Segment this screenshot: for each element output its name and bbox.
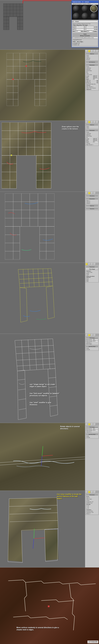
bevel-checkbox[interactable]: Bevel Edges (86, 343, 98, 344)
wtile[interactable]: W Tile: 1.0 (86, 82, 90, 83)
crop-w[interactable]: W: 1.0 (76, 43, 80, 44)
create-tab-icon[interactable] (86, 50, 88, 52)
flip-u[interactable]: Flip (96, 80, 98, 81)
mapping-item[interactable]: Spherical (86, 134, 98, 136)
strength-z[interactable]: Z: 0.0 (86, 508, 98, 509)
material-name-field[interactable]: 01 - Default (72, 21, 98, 22)
softsel-rollout[interactable]: Soft Selection (86, 62, 98, 63)
utile[interactable]: U Tile: 1.0 (86, 80, 90, 81)
params-rollout[interactable]: Parameters (86, 426, 98, 428)
height-input[interactable] (93, 78, 98, 80)
tab-icon[interactable] (94, 491, 96, 493)
steps-spinner[interactable]: Steps: 6 (86, 200, 98, 201)
tab-icon[interactable] (86, 192, 88, 194)
material-editor-menu[interactable]: Material Navigation Options Utilities (72, 3, 98, 5)
segments-spinner[interactable]: Segments: 1 (86, 342, 98, 343)
material-editor-window[interactable]: Material Editor - 01 - Default Material … (72, 0, 99, 48)
map-channel[interactable]: Map Channel: 1 (86, 86, 98, 88)
mapping-spherical[interactable]: Spherical (86, 69, 98, 70)
rotate-button[interactable]: Rotate (92, 30, 97, 32)
subobj-item[interactable]: Spline (86, 126, 98, 127)
fractal-checkbox[interactable]: Fractal (86, 500, 98, 501)
invert-checkbox[interactable]: Invert (86, 274, 98, 276)
mapping-shrink[interactable]: Shrink Wrap (86, 70, 98, 71)
blur-offset-input[interactable] (87, 30, 92, 32)
length-input[interactable] (93, 76, 98, 77)
vertex-color-channel[interactable]: Vertex Color Channel (86, 88, 98, 89)
animate-noise-checkbox[interactable]: Animate Noise (86, 510, 98, 512)
tab-icon[interactable] (88, 121, 90, 123)
tab-icon[interactable] (91, 334, 93, 336)
realworld-checkbox[interactable]: Real-World Map Size (86, 84, 98, 85)
crop-h[interactable]: H: 1.0 (76, 44, 79, 46)
mapping-item[interactable]: Cylindrical (86, 133, 98, 134)
tab-icon[interactable] (91, 192, 93, 194)
coord-tabs[interactable]: Texture Crop/Place Mapping Noise Time (73, 23, 97, 24)
roughness-spinner[interactable]: Roughness: 0.0 (86, 501, 98, 502)
vtile[interactable]: V Tile: 1.0 (86, 81, 90, 82)
display-tab-icon[interactable] (96, 50, 98, 52)
subobj-vertex[interactable]: Vertex (86, 56, 98, 58)
tab-icon[interactable] (88, 192, 90, 194)
height-input[interactable] (93, 141, 98, 142)
mapping-xyz[interactable]: XYZ to UVW (86, 74, 98, 75)
cookie-cutter-radio[interactable]: Cookie Cutter (86, 272, 98, 273)
adaptive-checkbox[interactable]: Adaptive (86, 202, 98, 204)
model-radio[interactable]: Model (86, 348, 98, 349)
material-sphere[interactable] (73, 5, 80, 12)
merge-radio[interactable]: Merge (86, 273, 98, 274)
width-input[interactable] (93, 140, 98, 141)
phase-spinner[interactable]: Phase: 0 (86, 513, 98, 514)
flip-w[interactable]: Flip (96, 82, 98, 83)
modify-tab-icon[interactable] (88, 50, 90, 52)
view-image-button[interactable]: View Image (76, 41, 83, 42)
outer-input[interactable] (93, 340, 98, 342)
tab-icon[interactable] (91, 121, 93, 123)
seed-spinner[interactable]: Seed: 0 (86, 497, 98, 498)
selection-rollout[interactable]: Selection (86, 205, 98, 206)
motion-tab-icon[interactable] (94, 50, 96, 52)
width-input[interactable] (93, 77, 98, 78)
material-editor-titlebar[interactable]: Material Editor - 01 - Default (72, 1, 98, 3)
v-tiling-input[interactable] (84, 28, 94, 30)
strength-y[interactable]: Y: 4.0 (86, 506, 98, 508)
u-tiling-input[interactable] (84, 26, 94, 28)
tab-icon[interactable] (86, 121, 88, 123)
blur-input[interactable] (76, 30, 81, 32)
tab-icon[interactable] (91, 263, 93, 265)
scale-spinner[interactable]: Scale: 100.0 (86, 498, 98, 500)
mapping-item[interactable]: Planar (86, 132, 98, 133)
subobj-spline[interactable]: Spline (86, 55, 98, 56)
tab-icon[interactable] (88, 423, 90, 426)
mapping-item[interactable]: Shrink Wrap (86, 136, 98, 137)
model-radio[interactable]: Model (86, 436, 98, 437)
pick-shape-button[interactable]: Pick Shape (86, 268, 98, 270)
material-sphere[interactable] (90, 13, 97, 19)
selection-rollout[interactable]: Selection (86, 124, 98, 126)
u-offset-input[interactable] (74, 26, 84, 28)
mapping-item[interactable]: Box (86, 137, 98, 138)
subobj-element[interactable]: Element (86, 59, 98, 60)
inner-input[interactable] (93, 339, 98, 340)
segments[interactable]: Segments: 1 (86, 431, 98, 432)
material-sphere[interactable] (82, 5, 88, 12)
strength-x[interactable]: X: 4.0 (86, 505, 98, 506)
animate-radio[interactable]: Animate (86, 349, 98, 350)
params-rollout[interactable]: Parameters (86, 130, 98, 131)
tab-icon[interactable] (86, 491, 88, 493)
length-input[interactable] (93, 138, 98, 140)
crop-u[interactable]: U: 0.0 (73, 43, 76, 44)
tab-icon[interactable] (91, 491, 93, 493)
tab-icon[interactable] (86, 263, 88, 265)
rendering-rollout[interactable]: Rendering (86, 195, 98, 196)
editpoly-rollout[interactable]: Edit Poly Mode (86, 434, 98, 435)
mapping-box[interactable]: Box (86, 71, 98, 73)
geometry-rollout[interactable]: Geometry (86, 208, 98, 210)
mapping-cylindrical[interactable]: Cylindrical (86, 68, 98, 69)
apply-checkbox[interactable]: Apply (73, 41, 76, 42)
material-sphere[interactable] (82, 13, 88, 19)
animate-radio[interactable]: Animate (86, 437, 98, 438)
iterations-spinner[interactable]: Iterations: 6.0 (86, 502, 98, 504)
optimize-checkbox[interactable]: Optimize (86, 201, 98, 202)
flip-v[interactable]: Flip (96, 81, 98, 82)
